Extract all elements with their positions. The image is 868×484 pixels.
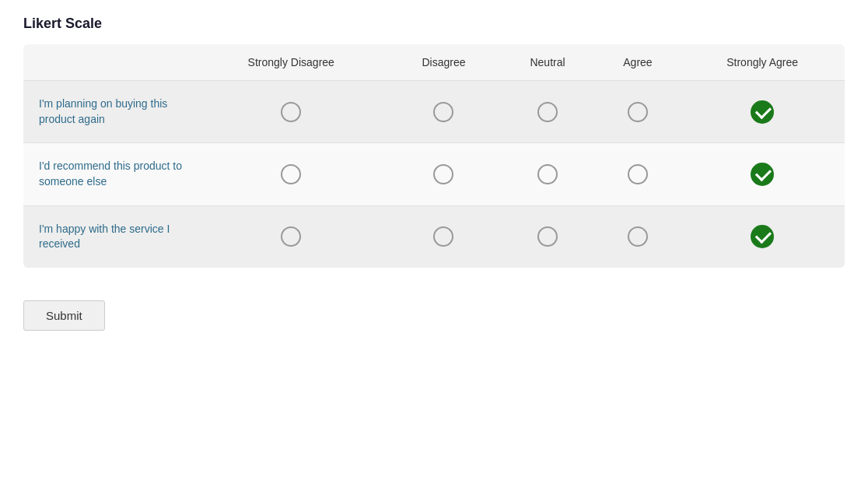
radio-cell-2-agree[interactable] bbox=[596, 205, 681, 268]
radio-0-agree[interactable] bbox=[628, 102, 648, 122]
col-header-disagree: Disagree bbox=[387, 44, 499, 81]
radio-1-disagree[interactable] bbox=[433, 164, 453, 184]
table-row: I'm planning on buying this product agai… bbox=[23, 81, 845, 143]
radio-cell-1-strongly_agree[interactable] bbox=[680, 143, 845, 205]
col-header-agree: Agree bbox=[596, 44, 681, 81]
radio-0-strongly_disagree[interactable] bbox=[281, 102, 301, 122]
table-row: I'd recommend this product to someone el… bbox=[23, 143, 845, 205]
checked-icon-1-strongly_agree[interactable] bbox=[751, 163, 774, 186]
radio-cell-0-neutral[interactable] bbox=[499, 81, 595, 143]
radio-0-neutral[interactable] bbox=[537, 102, 558, 122]
radio-cell-1-strongly_disagree[interactable] bbox=[194, 143, 387, 205]
radio-cell-1-agree[interactable] bbox=[596, 143, 681, 205]
col-header-label bbox=[23, 44, 194, 81]
radio-0-disagree[interactable] bbox=[433, 102, 453, 122]
row-label-1: I'd recommend this product to someone el… bbox=[23, 143, 194, 205]
radio-cell-0-strongly_agree[interactable] bbox=[680, 81, 845, 143]
radio-1-strongly_disagree[interactable] bbox=[281, 164, 301, 184]
radio-2-agree[interactable] bbox=[628, 226, 648, 247]
submit-button[interactable]: Submit bbox=[23, 300, 105, 331]
table-row: I'm happy with the service I received bbox=[23, 205, 845, 268]
radio-1-neutral[interactable] bbox=[537, 164, 558, 184]
radio-cell-2-strongly_agree[interactable] bbox=[680, 205, 845, 268]
col-header-strongly-disagree: Strongly Disagree bbox=[194, 44, 387, 81]
radio-cell-0-agree[interactable] bbox=[596, 81, 681, 143]
row-label-0: I'm planning on buying this product agai… bbox=[23, 81, 194, 143]
row-label-2: I'm happy with the service I received bbox=[23, 205, 194, 268]
radio-cell-2-disagree[interactable] bbox=[387, 205, 499, 268]
page-title: Likert Scale bbox=[23, 16, 845, 32]
radio-1-agree[interactable] bbox=[628, 164, 648, 184]
radio-2-strongly_disagree[interactable] bbox=[281, 226, 301, 247]
checked-icon-2-strongly_agree[interactable] bbox=[751, 225, 774, 248]
checked-icon-0-strongly_agree[interactable] bbox=[751, 100, 774, 124]
radio-cell-0-strongly_disagree[interactable] bbox=[194, 81, 387, 143]
col-header-strongly-agree: Strongly Agree bbox=[680, 44, 845, 81]
table-header-row: Strongly Disagree Disagree Neutral Agree… bbox=[23, 44, 845, 81]
radio-cell-2-strongly_disagree[interactable] bbox=[194, 205, 387, 268]
radio-cell-2-neutral[interactable] bbox=[499, 205, 595, 268]
radio-cell-1-disagree[interactable] bbox=[387, 143, 499, 205]
table-body: I'm planning on buying this product agai… bbox=[23, 81, 845, 268]
radio-cell-1-neutral[interactable] bbox=[499, 143, 595, 205]
col-header-neutral: Neutral bbox=[499, 44, 595, 81]
radio-2-neutral[interactable] bbox=[537, 226, 558, 247]
radio-2-disagree[interactable] bbox=[433, 226, 453, 247]
likert-table: Strongly Disagree Disagree Neutral Agree… bbox=[23, 44, 845, 268]
radio-cell-0-disagree[interactable] bbox=[387, 81, 499, 143]
